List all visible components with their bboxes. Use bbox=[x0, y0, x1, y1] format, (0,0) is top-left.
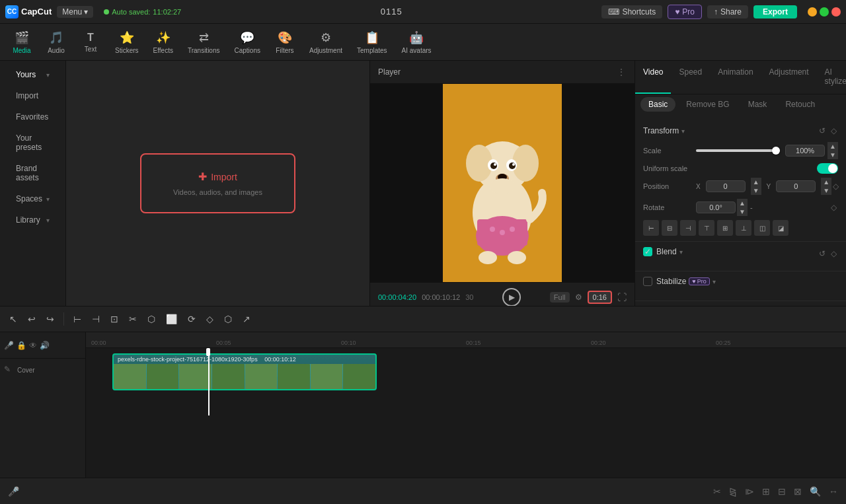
player-menu-icon[interactable]: ⋮ bbox=[616, 66, 627, 78]
align-left-button[interactable]: ⊢ bbox=[643, 220, 659, 236]
audio-split-tool[interactable]: ⊞ bbox=[759, 484, 773, 499]
redo-button[interactable]: ↪ bbox=[42, 311, 58, 327]
rotate-keyframe-icon[interactable]: ◇ bbox=[829, 201, 838, 213]
toolbar-item-text[interactable]: T Text bbox=[74, 29, 107, 55]
align-top-button[interactable]: ⊤ bbox=[699, 220, 714, 236]
align-bottom-button[interactable]: ⊥ bbox=[736, 220, 751, 236]
window-maximize-button[interactable] bbox=[820, 7, 829, 17]
mic-tool[interactable]: 🎤 bbox=[5, 484, 22, 499]
position-y-value[interactable]: 0 bbox=[776, 180, 816, 192]
rotate-value[interactable]: 0.0° bbox=[696, 201, 736, 213]
pro-button[interactable]: ♥ Pro bbox=[668, 5, 702, 19]
y-down-button[interactable]: ▼ bbox=[821, 186, 831, 195]
hex-tool[interactable]: ⬡ bbox=[220, 311, 236, 327]
shortcuts-button[interactable]: ⌨ Shortcuts bbox=[601, 5, 662, 18]
stabilize-checkbox[interactable] bbox=[643, 277, 652, 286]
clip-split-tool[interactable]: ⧎ bbox=[726, 484, 740, 499]
split-tool[interactable]: ✂ bbox=[711, 484, 724, 499]
rect-tool[interactable]: ⬜ bbox=[162, 311, 181, 327]
cover-edit-icon[interactable]: ✎ bbox=[4, 365, 11, 374]
caption-tool[interactable]: ⊟ bbox=[775, 484, 788, 499]
split-start-tool[interactable]: ⊢ bbox=[69, 311, 85, 327]
blend-checkbox[interactable]: ✓ bbox=[643, 247, 652, 256]
blend-keyframe-icon[interactable]: ◇ bbox=[829, 248, 838, 260]
align-center-v-button[interactable]: ⊞ bbox=[717, 220, 733, 236]
export-button[interactable]: Export bbox=[753, 5, 797, 18]
player-settings-icon[interactable]: ⚙ bbox=[575, 293, 582, 302]
split-end-tool[interactable]: ⊣ bbox=[88, 311, 104, 327]
subtab-remove-bg[interactable]: Remove BG bbox=[678, 97, 737, 112]
toolbar-item-media[interactable]: 🎬 Media bbox=[5, 28, 38, 57]
blend-reset-icon[interactable]: ↺ bbox=[818, 248, 827, 260]
align-extra2-button[interactable]: ◪ bbox=[773, 220, 788, 236]
toolbar-item-ai-avatars[interactable]: 🤖 AI avatars bbox=[395, 28, 438, 57]
tab-video[interactable]: Video bbox=[635, 61, 671, 94]
scale-slider[interactable] bbox=[696, 149, 780, 152]
transform-reset-icon[interactable]: ↺ bbox=[818, 125, 827, 137]
tab-adjustment[interactable]: Adjustment bbox=[761, 61, 817, 94]
cut-tool[interactable]: ✂ bbox=[125, 311, 141, 327]
window-minimize-button[interactable] bbox=[808, 7, 817, 17]
fit-button[interactable]: Full bbox=[550, 292, 570, 303]
undo-button[interactable]: ↩ bbox=[24, 311, 40, 327]
scale-up-button[interactable]: ▲ bbox=[827, 142, 838, 151]
rotate-down-button[interactable]: ▼ bbox=[737, 207, 748, 216]
toolbar-item-audio[interactable]: 🎵 Audio bbox=[40, 28, 73, 57]
scale-down-button[interactable]: ▼ bbox=[827, 151, 838, 159]
rotate-tool[interactable]: ⟳ bbox=[184, 311, 200, 327]
rotate-up-button[interactable]: ▲ bbox=[737, 199, 748, 207]
toolbar-item-filters[interactable]: 🎨 Filters bbox=[268, 28, 301, 57]
position-x-value[interactable]: 0 bbox=[706, 180, 746, 192]
delete-tool[interactable]: ⊡ bbox=[106, 311, 122, 327]
fullscreen-button[interactable]: ⛶ bbox=[617, 292, 627, 303]
align-extra1-button[interactable]: ◫ bbox=[754, 220, 770, 236]
subtab-mask[interactable]: Mask bbox=[740, 97, 775, 112]
tab-animation[interactable]: Animation bbox=[710, 61, 761, 94]
zoom-tool[interactable]: ↔ bbox=[826, 484, 841, 499]
import-dropzone[interactable]: ✚ Import Videos, audios, and images bbox=[140, 153, 295, 213]
video-clip[interactable]: pexels-rdne-stock-project-7516712-1080x1… bbox=[112, 353, 377, 390]
link-tool[interactable]: ↗ bbox=[239, 311, 254, 327]
toolbar-item-effects[interactable]: ✨ Effects bbox=[147, 28, 180, 57]
speed-tool[interactable]: ⧐ bbox=[742, 484, 757, 499]
toolbar-item-templates[interactable]: 📋 Templates bbox=[350, 28, 394, 57]
scale-value[interactable]: 100% bbox=[785, 145, 825, 157]
sidebar-item-import[interactable]: Import bbox=[8, 86, 58, 106]
tab-ai-stylize[interactable]: AI stylize bbox=[817, 61, 846, 94]
x-up-button[interactable]: ▲ bbox=[751, 178, 761, 186]
select-tool[interactable]: ↖ bbox=[5, 311, 21, 327]
diamond-tool[interactable]: ◇ bbox=[202, 311, 217, 327]
toolbar-item-transitions[interactable]: ⇄ Transitions bbox=[181, 28, 227, 57]
align-center-h-button[interactable]: ⊟ bbox=[662, 220, 677, 236]
play-button[interactable]: ▶ bbox=[502, 288, 521, 306]
y-up-button[interactable]: ▲ bbox=[821, 178, 831, 186]
menu-button[interactable]: Menu ▾ bbox=[57, 6, 93, 18]
share-button[interactable]: ↑ Share bbox=[707, 5, 748, 18]
track-eye-icon[interactable]: 👁 bbox=[29, 341, 37, 350]
transform-keyframe-icon[interactable]: ◇ bbox=[829, 125, 838, 137]
track-lock-icon[interactable]: 🔒 bbox=[17, 341, 26, 350]
subtab-retouch[interactable]: Retouch bbox=[777, 97, 823, 112]
shape-tool[interactable]: ⬡ bbox=[143, 311, 159, 327]
sidebar-item-your-presets[interactable]: Your presets bbox=[8, 128, 58, 157]
x-down-button[interactable]: ▼ bbox=[751, 186, 761, 195]
window-close-button[interactable] bbox=[831, 7, 841, 17]
toolbar-item-adjustment[interactable]: ⚙ Adjustment bbox=[303, 28, 349, 57]
sidebar-item-spaces[interactable]: Spaces ▾ bbox=[8, 189, 58, 209]
search-tool[interactable]: 🔍 bbox=[807, 484, 824, 499]
track-audio-icon[interactable]: 🔊 bbox=[40, 341, 50, 350]
subtab-basic[interactable]: Basic bbox=[640, 97, 675, 112]
sidebar-item-yours[interactable]: Yours ▾ bbox=[8, 65, 58, 85]
toolbar-item-stickers[interactable]: ⭐ Stickers bbox=[108, 28, 145, 57]
sidebar-item-brand-assets[interactable]: Brand assets bbox=[8, 159, 58, 188]
sidebar-item-library[interactable]: Library ▾ bbox=[8, 210, 58, 230]
image-tool[interactable]: ⊠ bbox=[791, 484, 804, 499]
position-keyframe-icon[interactable]: ◇ bbox=[831, 180, 840, 192]
sidebar-item-favorites[interactable]: Favorites bbox=[8, 107, 58, 127]
toolbar-item-captions[interactable]: 💬 Captions bbox=[228, 28, 267, 57]
uniform-scale-toggle[interactable] bbox=[817, 163, 838, 174]
align-right-button[interactable]: ⊣ bbox=[680, 220, 696, 236]
player-timecode-display[interactable]: 0:16 bbox=[588, 291, 612, 304]
track-mic-icon[interactable]: 🎤 bbox=[4, 341, 14, 350]
tab-speed[interactable]: Speed bbox=[671, 61, 710, 94]
